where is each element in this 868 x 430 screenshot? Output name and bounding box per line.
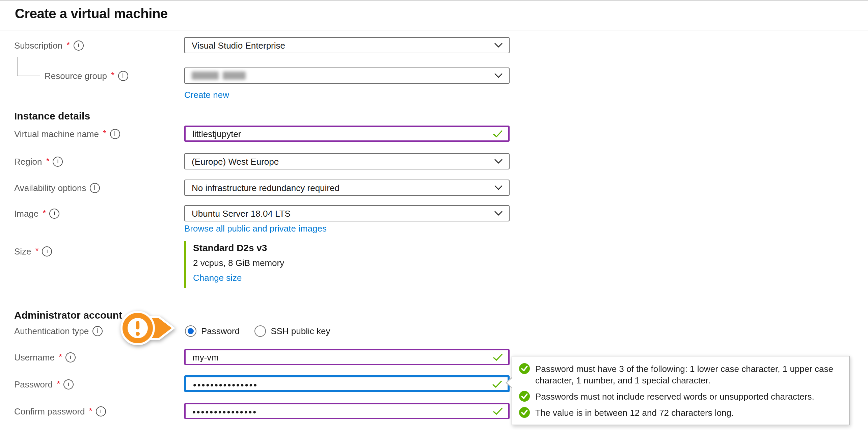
image-value: Ubuntu Server 18.04 LTS	[192, 208, 291, 218]
valid-check-icon	[493, 407, 503, 415]
top-border	[0, 0, 868, 1]
info-icon[interactable]: i	[73, 40, 83, 50]
info-icon[interactable]: i	[65, 352, 76, 362]
validation-text: Passwords must not include reserved word…	[535, 391, 814, 402]
username-input-wrap	[184, 349, 510, 365]
size-summary: Standard D2s v3 2 vcpus, 8 GiB memory Ch…	[184, 241, 284, 288]
radio-ssh-public-key[interactable]: SSH public key	[254, 325, 330, 337]
vm-name-label: Virtual machine name*i	[14, 126, 120, 142]
warning-callout-icon	[115, 304, 182, 352]
validation-item: The value is in between 12 and 72 charac…	[519, 407, 841, 419]
info-icon[interactable]: i	[92, 326, 102, 336]
info-icon[interactable]: i	[96, 406, 106, 416]
subscription-label: Subscription*i	[14, 37, 83, 53]
region-select[interactable]: (Europe) West Europe	[184, 153, 510, 169]
required-marker: *	[89, 405, 92, 415]
password-input-wrap	[184, 375, 510, 392]
chevron-down-icon	[494, 159, 503, 164]
confirm-password-input-wrap	[184, 403, 510, 419]
chevron-down-icon	[494, 185, 503, 190]
authentication-type-label: Authentication typei	[14, 323, 102, 339]
required-marker: *	[57, 378, 60, 388]
info-icon[interactable]: i	[53, 156, 63, 166]
chevron-down-icon	[494, 211, 503, 216]
authentication-type-radios: Password SSH public key	[185, 325, 330, 337]
size-name: Standard D2s v3	[193, 242, 284, 254]
password-validation-popup: Password must have 3 of the following: 1…	[512, 356, 850, 425]
subscription-value: Visual Studio Enterprise	[192, 40, 285, 50]
create-new-link[interactable]: Create new	[184, 90, 229, 100]
create-vm-page: Create a virtual machine Subscription*i …	[0, 0, 868, 430]
chevron-down-icon	[494, 73, 503, 78]
required-marker: *	[111, 70, 114, 80]
username-input[interactable]	[186, 350, 508, 364]
administrator-account-heading: Administrator account	[14, 309, 122, 321]
check-circle-icon	[519, 363, 530, 374]
vm-name-input[interactable]	[186, 127, 508, 140]
required-marker: *	[66, 39, 70, 50]
image-label: Image*i	[14, 205, 59, 221]
header-divider	[0, 30, 868, 30]
validation-item: Passwords must not include reserved word…	[519, 391, 841, 402]
check-circle-icon	[519, 391, 530, 402]
valid-check-icon	[493, 353, 503, 361]
required-marker: *	[46, 156, 49, 166]
region-value: (Europe) West Europe	[192, 156, 279, 166]
validation-text: The value is in between 12 and 72 charac…	[535, 407, 734, 419]
password-input[interactable]	[186, 377, 508, 390]
change-size-link[interactable]: Change size	[193, 273, 242, 283]
resource-group-connector-line	[17, 57, 40, 76]
validation-text: Password must have 3 of the following: 1…	[535, 363, 841, 386]
info-icon[interactable]: i	[49, 208, 59, 218]
confirm-password-label: Confirm password*i	[14, 403, 106, 419]
instance-details-heading: Instance details	[14, 110, 90, 122]
info-icon[interactable]: i	[118, 71, 128, 81]
resource-group-label: Resource group*i	[45, 68, 128, 84]
validation-item: Password must have 3 of the following: 1…	[519, 363, 841, 386]
radio-ssh-label: SSH public key	[271, 326, 330, 336]
region-label: Region*i	[14, 153, 63, 169]
required-marker: *	[59, 351, 62, 361]
info-icon[interactable]: i	[89, 183, 100, 193]
page-title: Create a virtual machine	[15, 6, 168, 22]
required-marker: *	[35, 245, 39, 256]
size-specs: 2 vcpus, 8 GiB memory	[193, 258, 284, 269]
password-label: Password*i	[14, 376, 74, 392]
availability-options-value: No infrastructure redundancy required	[192, 183, 340, 193]
chevron-down-icon	[494, 43, 503, 48]
resource-group-value-redacted	[192, 72, 246, 80]
confirm-password-input[interactable]	[186, 404, 508, 418]
radio-selected-icon	[185, 325, 196, 337]
browse-images-link[interactable]: Browse all public and private images	[184, 223, 327, 234]
check-circle-icon	[519, 407, 530, 418]
availability-options-label: Availability optionsi	[14, 180, 100, 196]
required-marker: *	[103, 128, 106, 138]
radio-password[interactable]: Password	[185, 325, 240, 337]
size-label: Size*i	[14, 243, 52, 259]
info-icon[interactable]: i	[42, 246, 52, 256]
info-icon[interactable]: i	[63, 379, 74, 389]
valid-check-icon	[493, 130, 503, 137]
required-marker: *	[43, 208, 46, 218]
image-select[interactable]: Ubuntu Server 18.04 LTS	[184, 205, 510, 221]
subscription-select[interactable]: Visual Studio Enterprise	[184, 37, 510, 53]
username-label: Username*i	[14, 349, 76, 365]
radio-unselected-icon	[254, 325, 266, 337]
radio-password-label: Password	[201, 326, 240, 336]
vm-name-input-wrap	[184, 126, 510, 142]
resource-group-select[interactable]	[184, 68, 510, 84]
info-icon[interactable]: i	[110, 129, 120, 139]
availability-options-select[interactable]: No infrastructure redundancy required	[184, 180, 510, 196]
valid-check-icon	[492, 380, 502, 387]
